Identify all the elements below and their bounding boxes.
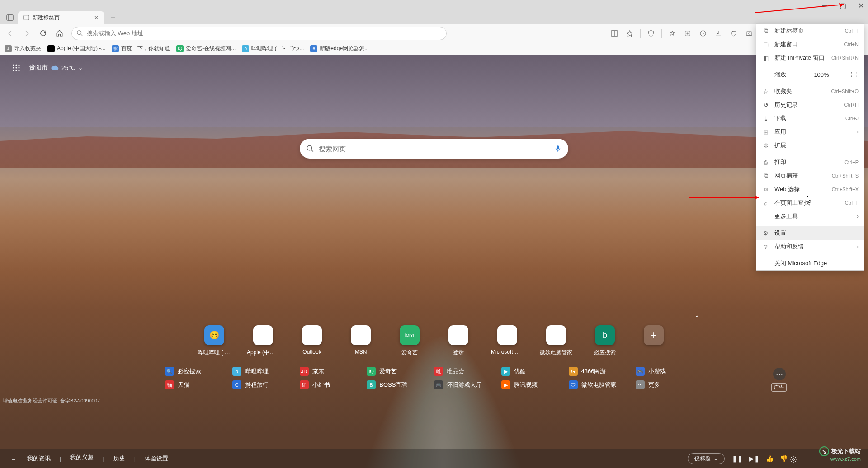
feed-nav-item[interactable]: 我的兴趣 <box>70 454 94 463</box>
favorites-icon[interactable] <box>665 27 679 40</box>
quick-link-item[interactable]: b必应搜索 <box>591 325 618 356</box>
favorites-star-icon[interactable] <box>623 27 637 40</box>
heart-icon[interactable] <box>727 27 741 40</box>
quick-link-item[interactable]: ⊞MSN <box>347 325 374 355</box>
like-icon[interactable]: 👍 <box>766 455 774 462</box>
split-screen-icon[interactable] <box>608 27 621 40</box>
downloads-icon[interactable] <box>712 27 725 40</box>
menu-item-新建标签页[interactable]: ⧉ 新建标签页 Ctrl+T <box>756 24 864 37</box>
mini-link-item[interactable]: iQ爱奇艺 <box>367 367 434 376</box>
apps-grid-icon[interactable] <box>10 61 23 74</box>
quick-link-item[interactable]: 😊哔哩哔哩 ( ˙... <box>201 325 228 356</box>
mini-link-item[interactable]: 猫天猫 <box>165 380 232 389</box>
zoom-in-button[interactable]: + <box>835 71 845 78</box>
dislike-icon[interactable]: 👎 <box>780 455 788 462</box>
home-button[interactable] <box>52 27 66 40</box>
ntp-search-box[interactable] <box>300 139 568 159</box>
menu-item-更多工具[interactable]: 更多工具 › <box>756 210 864 223</box>
window-maximize-icon[interactable]: ▢ <box>839 2 846 9</box>
quick-link-item[interactable]: Apple (中国... <box>250 325 277 356</box>
feed-menu-icon[interactable]: ≡ <box>8 455 19 462</box>
new-tab-button[interactable]: ＋ <box>107 11 119 24</box>
quick-link-item[interactable]: iQIYI爱奇艺 <box>396 325 423 356</box>
history-icon[interactable] <box>696 27 710 40</box>
zoom-out-button[interactable]: − <box>798 71 808 78</box>
layout-selector[interactable]: 仅标题 ⌄ <box>688 453 725 464</box>
menu-item-应用[interactable]: ⊞ 应用 › <box>756 125 864 139</box>
separator <box>640 29 641 38</box>
address-input[interactable] <box>87 30 442 37</box>
tab-actions-icon[interactable] <box>4 11 16 24</box>
menu-item-网页捕获[interactable]: ⧉ 网页捕获 Ctrl+Shift+S <box>756 169 864 183</box>
mini-link-item[interactable]: JD京东 <box>300 367 367 376</box>
voice-search-icon[interactable] <box>554 145 562 153</box>
refresh-button[interactable] <box>36 27 50 40</box>
mini-link-item[interactable]: 红小红书 <box>300 380 367 389</box>
mini-link-item[interactable]: ⋯更多 <box>636 380 703 389</box>
collapse-quicklinks-icon[interactable]: ⌃ <box>694 314 700 322</box>
feed-nav-item[interactable]: 体验设置 <box>145 454 168 463</box>
bookmark-item[interactable]: ↧导入收藏夹 <box>5 45 41 52</box>
address-bar[interactable] <box>71 27 447 40</box>
bookmark-item[interactable]: 掌百度一下，你就知道 <box>112 45 170 52</box>
menu-item-帮助和反馈[interactable]: ? 帮助和反馈 › <box>756 240 864 253</box>
mini-link-icon: 🎮 <box>636 367 645 376</box>
quick-link-item[interactable]: ◆微软电脑管家 <box>542 325 570 356</box>
feed-nav-item[interactable]: 我的资讯 <box>27 454 51 463</box>
feed-nav-item[interactable]: 历史 <box>113 454 125 463</box>
bookmark-item[interactable]: e新版edge浏览器怎... <box>310 45 369 52</box>
mini-link-item[interactable]: G4366网游 <box>569 367 636 376</box>
mini-link-item[interactable]: BBOSS直聘 <box>367 380 434 389</box>
next-icon[interactable]: ▶❚ <box>749 455 760 462</box>
bookmark-item[interactable]: iQ爱奇艺-在线视频网... <box>176 45 236 52</box>
menu-item-shortcut: Ctrl+Shift+O <box>831 89 859 94</box>
back-button[interactable] <box>4 27 17 40</box>
collections-icon[interactable] <box>681 27 694 40</box>
menu-item-新建窗口[interactable]: ▢ 新建窗口 Ctrl+N <box>756 37 864 51</box>
mini-link-item[interactable]: 🛡微软电脑管家 <box>569 380 636 389</box>
quick-link-item[interactable]: 🛍Microsoft Sto... <box>494 325 521 355</box>
tab-newtab[interactable]: 新建标签页 ✕ <box>18 11 104 24</box>
fullscreen-icon[interactable]: ⛶ <box>849 71 859 78</box>
screenshot-icon[interactable] <box>742 27 756 40</box>
bookmark-item[interactable]: b哔哩哔哩 ( ゜- ゜)つ... <box>242 45 304 52</box>
mini-link-item[interactable]: C携程旅行 <box>232 380 300 389</box>
window-minimize-icon[interactable]: ─ <box>821 2 828 9</box>
menu-item-在页面上查找[interactable]: ⌕ 在页面上查找 Ctrl+F <box>756 196 864 210</box>
menu-item-close-edge[interactable]: 关闭 Microsoft Edge <box>756 257 864 270</box>
mini-link-icon: 红 <box>300 380 309 389</box>
mini-link-item[interactable]: 🎮怀旧游戏大厅 <box>434 380 501 389</box>
weather-widget[interactable]: 贵阳市 25°C ⌄ <box>29 64 83 72</box>
mini-link-item[interactable]: 🔍必应搜索 <box>165 367 232 376</box>
menu-item-shortcut: Ctrl+Shift+S <box>832 173 859 178</box>
mini-link-item[interactable]: 唯唯品会 <box>434 367 501 376</box>
quick-link-item[interactable]: ◎登录 <box>445 325 472 356</box>
quick-link-tile-icon <box>253 325 273 345</box>
menu-item-icon: ? <box>762 243 770 250</box>
ntp-settings-icon[interactable] <box>789 455 797 463</box>
mini-link-item[interactable]: 🎮小游戏 <box>636 367 703 376</box>
menu-item-收藏夹[interactable]: ☆ 收藏夹 Ctrl+Shift+O <box>756 84 864 98</box>
shield-icon[interactable] <box>644 27 658 40</box>
mini-link-item[interactable]: b哔哩哔哩 <box>232 367 300 376</box>
menu-item-打印[interactable]: ⎙ 打印 Ctrl+P <box>756 155 864 169</box>
menu-item-下载[interactable]: ⤓ 下载 Ctrl+J <box>756 112 864 125</box>
quick-link-label: 爱奇艺 <box>401 349 418 356</box>
more-links-button[interactable]: ⋯ <box>773 368 786 380</box>
window-close-icon[interactable]: ✕ <box>857 2 864 9</box>
mini-link-item[interactable]: ▶腾讯视频 <box>501 380 569 389</box>
quick-link-item[interactable]: ✉Outlook <box>298 325 326 355</box>
menu-item-历史记录[interactable]: ↺ 历史记录 Ctrl+H <box>756 98 864 112</box>
mini-link-item[interactable]: ▶优酷 <box>501 367 569 376</box>
menu-item-Web 选择[interactable]: ⧈ Web 选择 Ctrl+Shift+X <box>756 183 864 196</box>
forward-button[interactable] <box>20 27 33 40</box>
ntp-search-input[interactable] <box>319 145 554 153</box>
menu-item-扩展[interactable]: ✲ 扩展 <box>756 139 864 152</box>
svg-point-24 <box>13 70 14 71</box>
pause-icon[interactable]: ❚❚ <box>732 455 743 462</box>
menu-item-设置[interactable]: ⚙ 设置 <box>756 226 864 240</box>
add-quick-link-button[interactable]: + <box>640 325 667 349</box>
bookmark-item[interactable]: Apple (中国大陆) -... <box>47 45 105 52</box>
menu-item-新建 InPrivate 窗口[interactable]: ◧ 新建 InPrivate 窗口 Ctrl+Shift+N <box>756 51 864 65</box>
tab-close-icon[interactable]: ✕ <box>92 14 100 21</box>
